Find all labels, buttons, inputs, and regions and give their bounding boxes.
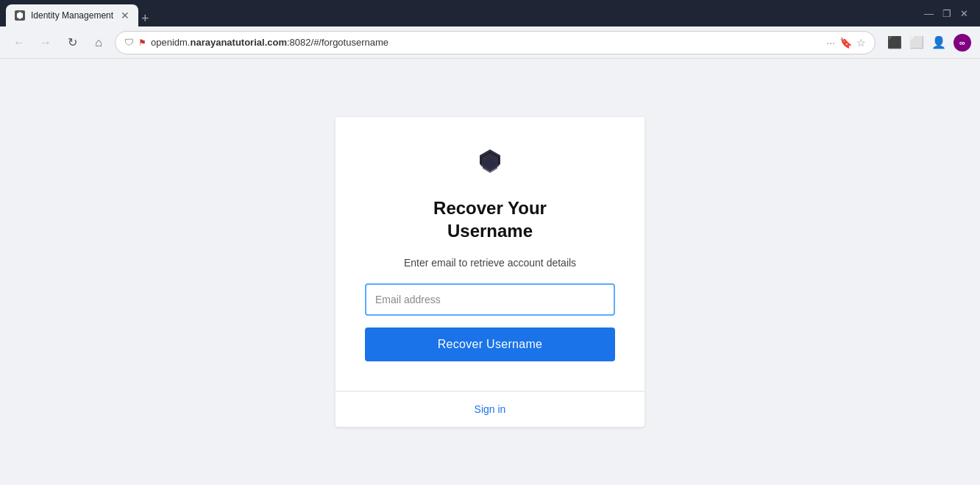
recover-username-card: Recover Your Username Enter email to ret…	[335, 117, 645, 427]
security-shield-icon: 🛡	[124, 37, 134, 48]
pocket-icon[interactable]: 🔖	[839, 37, 852, 49]
browser-title-bar: Identity Management ✕ + — ❐ ✕	[0, 0, 980, 26]
addon-icon: ∞	[959, 38, 965, 47]
active-tab[interactable]: Identity Management ✕	[6, 4, 138, 26]
reading-list-icon[interactable]: ⬛	[887, 35, 902, 49]
address-path: :8082/#/forgotusername	[287, 37, 388, 48]
new-tab-button[interactable]: +	[141, 11, 149, 26]
account-icon[interactable]: 👤	[931, 35, 946, 49]
reload-button[interactable]: ↻	[62, 32, 82, 53]
window-controls: — ❐ ✕	[918, 7, 974, 21]
maximize-button[interactable]: ❐	[942, 8, 951, 19]
tab-bar: Identity Management ✕ +	[6, 0, 912, 26]
forward-button[interactable]: →	[35, 32, 56, 53]
address-bar[interactable]: 🛡 ⚑ openidm.narayanatutorial.com:8082/#/…	[115, 31, 876, 54]
mixed-content-icon: ⚑	[138, 38, 146, 48]
title-line1: Recover Your	[433, 198, 547, 218]
tab-close-button[interactable]: ✕	[121, 10, 129, 21]
home-button[interactable]: ⌂	[88, 32, 109, 53]
back-button[interactable]: ←	[9, 32, 29, 53]
address-text[interactable]: openidm.narayanatutorial.com:8082/#/forg…	[151, 37, 822, 48]
svg-marker-0	[17, 12, 23, 19]
email-input[interactable]	[365, 283, 615, 316]
tab-title: Identity Management	[31, 10, 115, 21]
page-title: Recover Your Username	[433, 197, 547, 242]
browser-nav-bar: ← → ↻ ⌂ 🛡 ⚑ openidm.narayanatutorial.com…	[0, 26, 980, 59]
bookmark-star-icon[interactable]: ☆	[856, 37, 866, 49]
close-button[interactable]: ✕	[960, 8, 968, 19]
card-footer: Sign in	[335, 391, 645, 427]
minimize-button[interactable]: —	[924, 8, 934, 19]
address-domain: narayanatutorial.com	[190, 37, 287, 48]
browser-right-controls: ⬛ ⬜ 👤 ∞	[881, 34, 971, 52]
addon-avatar[interactable]: ∞	[954, 34, 971, 52]
address-prefix: openidm.	[151, 37, 190, 48]
card-body: Recover Your Username Enter email to ret…	[335, 117, 645, 391]
tab-favicon	[15, 10, 25, 21]
page-content: Recover Your Username Enter email to ret…	[0, 59, 980, 485]
recover-username-button[interactable]: Recover Username	[365, 328, 615, 361]
page-subtitle: Enter email to retrieve account details	[404, 257, 576, 269]
logo-icon	[472, 146, 508, 185]
title-line2: Username	[447, 221, 533, 241]
tab-manager-icon[interactable]: ⬜	[909, 35, 924, 49]
address-more-button[interactable]: ···	[826, 37, 835, 49]
sign-in-link[interactable]: Sign in	[475, 403, 506, 415]
